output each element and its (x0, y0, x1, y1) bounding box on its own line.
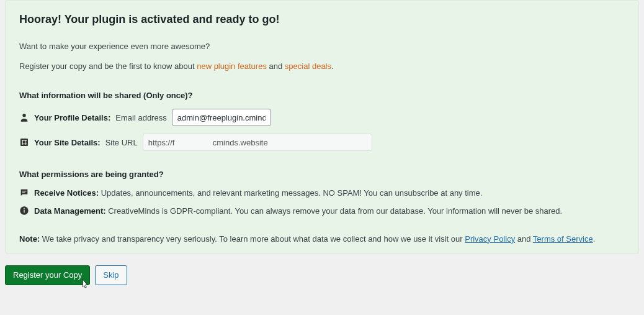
profile-row: Your Profile Details: Email address (19, 109, 625, 126)
note-suffix: . (593, 234, 596, 244)
action-bar: Register your Copy Skip (0, 265, 644, 291)
data-management-row: Data Management: CreativeMinds is GDPR-c… (19, 206, 625, 217)
terms-of-service-link[interactable]: Terms of Service (533, 234, 593, 244)
activation-panel: Hooray! Your plugin is activated and rea… (5, 0, 639, 254)
notices-desc: Updates, announcements, and relevant mar… (101, 188, 483, 198)
note-mid: and (515, 234, 533, 244)
headline: Hooray! Your plugin is activated and rea… (19, 13, 625, 26)
svg-rect-2 (22, 191, 27, 192)
svg-rect-5 (24, 209, 24, 212)
note-label: Note: (19, 234, 40, 244)
svg-rect-1 (20, 139, 28, 146)
svg-point-6 (24, 208, 25, 209)
register-button[interactable]: Register your Copy (5, 265, 90, 285)
info-icon (19, 206, 29, 216)
receive-notices-text: Receive Notices: Updates, announcements,… (34, 188, 482, 199)
site-row: Your Site Details: Site URL (19, 134, 625, 151)
note-prefix: We take privacy and transparency very se… (40, 234, 465, 244)
intro-suffix: . (331, 62, 334, 71)
intro-line1: Want to make your experience even more a… (19, 41, 625, 52)
new-features-link[interactable]: new plugin features (197, 62, 267, 71)
notices-label: Receive Notices: (34, 188, 99, 198)
svg-rect-3 (22, 193, 25, 193)
data-desc: CreativeMinds is GDPR-compliant. You can… (108, 206, 562, 216)
user-icon (19, 112, 29, 122)
email-sublabel: Email address (115, 113, 166, 122)
intro-prefix: Register your copy and be the first to k… (19, 62, 197, 71)
permissions-title: What permissions are being granted? (19, 170, 625, 179)
message-icon (19, 188, 29, 198)
receive-notices-row: Receive Notices: Updates, announcements,… (19, 188, 625, 199)
site-url-input[interactable] (143, 134, 372, 151)
data-label: Data Management: (34, 206, 106, 216)
site-label: Your Site Details: (34, 138, 101, 147)
skip-button[interactable]: Skip (95, 265, 127, 285)
privacy-policy-link[interactable]: Privacy Policy (465, 234, 515, 244)
intro-mid: and (267, 62, 285, 71)
special-deals-link[interactable]: special deals (285, 62, 331, 71)
email-input[interactable] (172, 109, 271, 126)
intro-block: Want to make your experience even more a… (19, 41, 625, 72)
network-icon (19, 137, 29, 147)
privacy-note: Note: We take privacy and transparency v… (19, 233, 625, 245)
intro-line2: Register your copy and be the first to k… (19, 61, 625, 72)
shared-info-title: What information will be shared (Only on… (19, 91, 625, 100)
profile-label: Your Profile Details: (34, 113, 110, 122)
svg-point-0 (22, 114, 25, 117)
url-sublabel: Site URL (105, 138, 138, 147)
data-management-text: Data Management: CreativeMinds is GDPR-c… (34, 206, 562, 217)
